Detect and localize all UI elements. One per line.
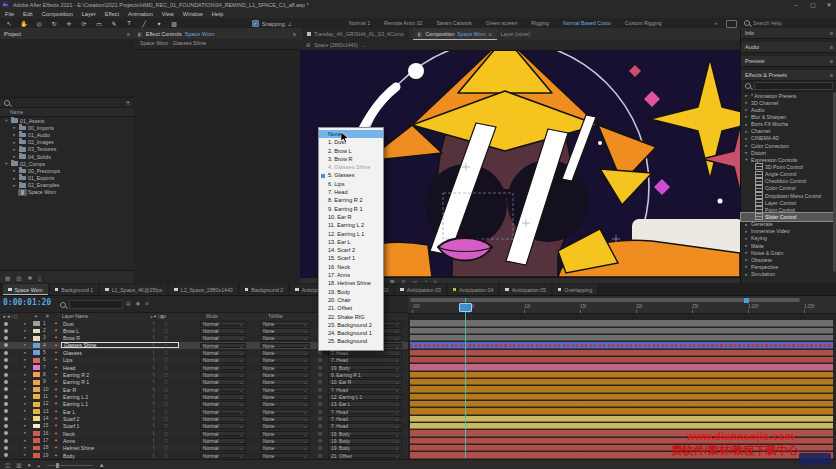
workspace-overflow-icon[interactable]: » — [714, 20, 717, 26]
mode-select[interactable]: Normal⌄ — [200, 350, 246, 356]
minimize-button[interactable]: – — [790, 1, 802, 9]
close-button[interactable]: ✕ — [823, 1, 835, 9]
timeline-search[interactable] — [60, 300, 123, 309]
effect-item-simulation[interactable]: ▸Simulation — [741, 271, 836, 278]
quality-switch-icon[interactable]: ∖ — [152, 357, 155, 362]
effects-switch-icon[interactable]: ◻ — [164, 394, 168, 399]
menu-edit[interactable]: Edit — [23, 11, 33, 17]
trkmat-select[interactable]: None⌄ — [260, 379, 310, 385]
effects-switch-icon[interactable]: ◻ — [164, 416, 168, 421]
menu-composition[interactable]: Composition — [42, 11, 73, 17]
layer-row-helmet-shine[interactable]: ▸18✦Helmet Shine∖◻Normal⌄None⌄◎19. Body⌄ — [0, 444, 408, 451]
new-comp-icon[interactable]: ▯ — [38, 275, 41, 281]
effects-switch-icon[interactable]: ◻ — [164, 372, 168, 377]
trkmat-select[interactable]: None⌄ — [260, 328, 310, 334]
layer-bar-lips[interactable] — [410, 357, 833, 363]
quality-switch-icon[interactable]: ∖ — [152, 365, 155, 370]
effects-switch-icon[interactable]: ◻ — [164, 409, 168, 414]
dropdown-item-24-background-1[interactable]: 24. Background 1 — [319, 329, 383, 337]
tree-caret[interactable]: ▸ — [12, 154, 17, 159]
workspace-tab-custom-rigging[interactable]: Custom Rigging — [620, 20, 667, 26]
layer-row-head[interactable]: ▸7✦Head∖◻Normal⌄None⌄◎19. Body⌄ — [0, 364, 408, 371]
effects-switch-icon[interactable]: ◻ — [164, 387, 168, 392]
effect-item-color-correction[interactable]: ▸Color Correction — [741, 142, 836, 149]
mode-select[interactable]: Normal⌄ — [200, 438, 246, 444]
dropdown-item-23-background-2[interactable]: 23. Background 2 — [319, 321, 383, 329]
trkmat-select[interactable]: None⌄ — [260, 445, 310, 451]
layer-row-earring-l-1[interactable]: ▸12✦Earring L 1∖◻Normal⌄None⌄◎13. Ear L⌄ — [0, 401, 408, 408]
layer-expand-caret[interactable]: ▸ — [24, 394, 26, 399]
effect-item-point-control[interactable]: Point Control — [741, 206, 836, 213]
eye-icon[interactable] — [4, 351, 8, 355]
type-tool[interactable]: T — [124, 20, 134, 26]
pen-tool[interactable]: ✎ — [109, 20, 119, 27]
effect-item-noise-grain[interactable]: ▸Noise & Grain — [741, 249, 836, 256]
composition-tab[interactable]: ◧ Composition Space Wom ≡ — [413, 28, 497, 40]
effect-item-3d-channel[interactable]: ▸3D Channel — [741, 99, 836, 106]
trkmat-select[interactable]: None⌄ — [260, 350, 310, 356]
category-caret[interactable]: ▾ — [744, 157, 749, 162]
layer-bar-brow-r[interactable] — [410, 335, 833, 341]
playhead-line[interactable] — [465, 298, 466, 458]
trkmat-select[interactable]: None⌄ — [260, 394, 310, 400]
effects-switch-icon[interactable]: ◻ — [164, 438, 168, 443]
mode-select[interactable]: Normal⌄ — [200, 365, 246, 371]
category-caret[interactable]: ▸ — [744, 93, 749, 98]
project-footer-icon-2[interactable]: ▤ — [16, 275, 21, 281]
project-footer-icon-1[interactable]: ▦ — [5, 275, 10, 281]
eye-icon[interactable] — [4, 395, 8, 399]
pickwhip-icon[interactable]: ◎ — [318, 409, 322, 414]
effect-item-immersive-video[interactable]: ▸Immersive Video — [741, 228, 836, 235]
timeline-zoom-slider[interactable] — [47, 465, 93, 466]
effects-switch-icon[interactable]: ◻ — [164, 453, 168, 458]
project-item-04-solids[interactable]: ▸04_Solids — [0, 153, 134, 160]
eye-icon[interactable] — [4, 387, 8, 391]
layer-expand-caret[interactable]: ▸ — [24, 438, 26, 443]
rect-tool[interactable]: ▭ — [94, 20, 104, 27]
layer-row-scarf-1[interactable]: ▸15✦Scarf 1∖◻Normal⌄None⌄◎7. Head⌄ — [0, 422, 408, 429]
menu-animation[interactable]: Animation — [128, 11, 153, 17]
effect-item-3d-point-control[interactable]: 3D Point Control — [741, 163, 836, 170]
workspace-tab-steam-catwork[interactable]: Steam Catwork — [431, 20, 476, 26]
current-timecode[interactable]: 0:00:01:20 — [3, 298, 51, 307]
category-caret[interactable]: ▸ — [744, 272, 749, 277]
eye-icon[interactable] — [4, 417, 8, 421]
dropdown-item-18-helmet-shine[interactable]: 18. Helmet Shine — [319, 279, 383, 287]
dropdown-item-11-earring-l-2[interactable]: 11. Earring L 2 — [319, 221, 383, 229]
project-item-01-exports[interactable]: ▸01_Exports — [0, 175, 134, 182]
effects-switch-icon[interactable]: ◻ — [164, 343, 168, 348]
expand-render-time-icon[interactable]: ● — [27, 462, 30, 468]
workspace-tab-remote-anim-02[interactable]: Remote Anim 02 — [379, 20, 427, 26]
quality-switch-icon[interactable]: ∖ — [152, 350, 155, 355]
tree-caret[interactable]: ▾ — [4, 161, 9, 166]
layer-name-editbox[interactable]: Glasses Shine — [61, 342, 179, 348]
effect-item-checkbox-control[interactable]: Checkbox Control — [741, 178, 836, 185]
quality-switch-icon[interactable]: ∖ — [152, 372, 155, 377]
mode-select[interactable]: Normal⌄ — [200, 431, 246, 437]
flowchart-icon[interactable]: ⊞ — [306, 42, 310, 48]
brush-tool[interactable]: ╱ — [139, 20, 149, 27]
eye-icon[interactable] — [4, 424, 8, 428]
effects-switch-icon[interactable]: ◻ — [164, 445, 168, 450]
effect-item-layer-control[interactable]: Layer Control — [741, 199, 836, 206]
dropdown-item-21-offset[interactable]: 21. Offset — [319, 304, 383, 312]
dropdown-item-8-earring-r-2[interactable]: 8. Earring R 2 — [319, 196, 383, 204]
timeline-tab-background-2[interactable]: Background 2 — [240, 284, 289, 295]
trkmat-select[interactable]: None⌄ — [260, 416, 310, 422]
effects-switch-icon[interactable]: ◻ — [164, 357, 168, 362]
expand-transfer-controls-icon[interactable]: ◫ — [5, 462, 10, 468]
menu-file[interactable]: File — [5, 11, 14, 17]
mode-select[interactable]: Normal⌄ — [200, 453, 246, 459]
quality-switch-icon[interactable]: ∖ — [152, 394, 155, 399]
time-ruler[interactable]: :00f05f10f15f20f25f1:00f1:05f — [408, 296, 836, 314]
project-item-03-textures[interactable]: ▸03_Textures — [0, 146, 134, 153]
new-folder-icon[interactable]: ✱ — [27, 275, 32, 281]
layer-expand-caret[interactable]: ▸ — [24, 386, 26, 391]
layer-expand-caret[interactable]: ▸ — [24, 342, 26, 347]
quality-switch-icon[interactable]: ∖ — [152, 431, 155, 436]
pickwhip-icon[interactable]: ◎ — [318, 357, 322, 362]
parent-select[interactable]: 9. Earring R 1⌄ — [328, 372, 402, 378]
frame-blending-icon[interactable]: ≋ — [145, 300, 149, 306]
dropdown-item-17-arms[interactable]: 17. Arms — [319, 271, 383, 279]
parent-select[interactable]: 21. Offset⌄ — [328, 453, 402, 459]
